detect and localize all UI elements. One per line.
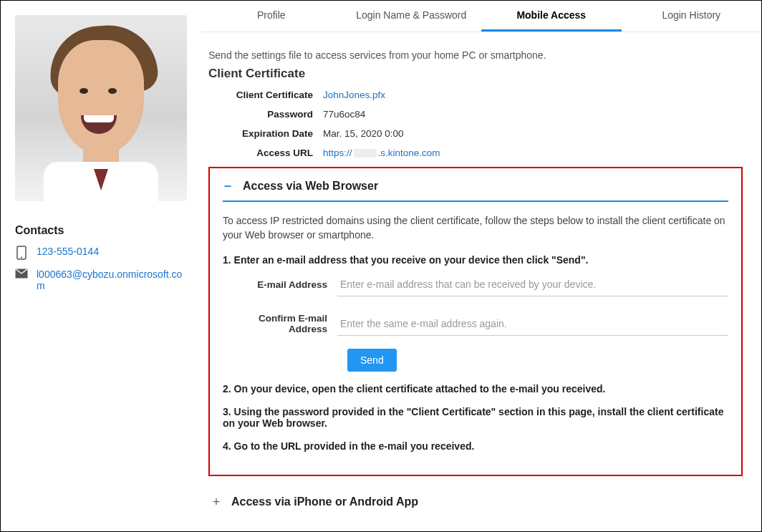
cert-url-label: Access URL (208, 147, 323, 158)
tabs: Profile Login Name & Password Mobile Acc… (201, 1, 761, 32)
access-via-browser-panel: – Access via Web Browser To access IP re… (208, 167, 743, 476)
cert-password-label: Password (208, 109, 323, 120)
confirm-email-field[interactable] (337, 312, 728, 336)
confirm-email-field-label: Confirm E-mail Address (223, 313, 337, 334)
cert-expiration-value: Mar. 15, 2020 0:00 (323, 128, 404, 139)
app-panel-title: Access via iPhone or Android App (231, 495, 418, 508)
browser-panel-desc: To access IP restricted domains using th… (223, 213, 728, 243)
contacts-heading: Contacts (15, 224, 187, 237)
phone-icon (15, 246, 28, 260)
tab-login-history[interactable]: Login History (622, 1, 762, 32)
step-1: 1. Enter an e-mail address that you rece… (223, 254, 728, 266)
cert-file-link[interactable]: JohnJones.pfx (323, 90, 385, 100)
access-url-suffix: .s.kintone.com (378, 147, 440, 158)
browser-panel-header[interactable]: – Access via Web Browser (223, 178, 728, 202)
cert-password-value: 77u6oc84 (323, 109, 365, 120)
access-url-masked (354, 149, 377, 158)
avatar (15, 15, 187, 201)
tab-mobile-access[interactable]: Mobile Access (481, 1, 622, 32)
step-4: 4. Go to the URL provided in the e-mail … (223, 440, 728, 452)
cert-expiration-label: Expiration Date (208, 128, 323, 139)
svg-point-1 (21, 257, 22, 258)
expand-icon: + (211, 495, 221, 510)
browser-panel-title: Access via Web Browser (243, 180, 378, 193)
access-url-link[interactable]: https://.s.kintone.com (323, 147, 440, 158)
email-link[interactable]: l000663@cybozu.onmicrosoft.com (37, 269, 187, 291)
email-field[interactable] (337, 273, 728, 296)
cert-file-label: Client Certificate (208, 90, 323, 100)
phone-link[interactable]: 123-555-0144 (37, 246, 99, 257)
step-2: 2. On your device, open the client certi… (223, 383, 728, 395)
intro-text: Send the settings file to access service… (208, 49, 743, 61)
client-certificate-heading: Client Certificate (208, 67, 743, 81)
email-field-label: E-mail Address (223, 279, 337, 290)
collapse-icon: – (223, 178, 233, 193)
send-button[interactable]: Send (347, 349, 397, 372)
tab-login-name-password[interactable]: Login Name & Password (342, 1, 482, 32)
step-3: 3. Using the password provided in the "C… (223, 406, 728, 429)
app-panel-header[interactable]: + Access via iPhone or Android App (211, 495, 743, 510)
mail-icon (15, 269, 28, 279)
tab-profile[interactable]: Profile (201, 1, 342, 32)
access-url-prefix: https:// (323, 147, 352, 158)
